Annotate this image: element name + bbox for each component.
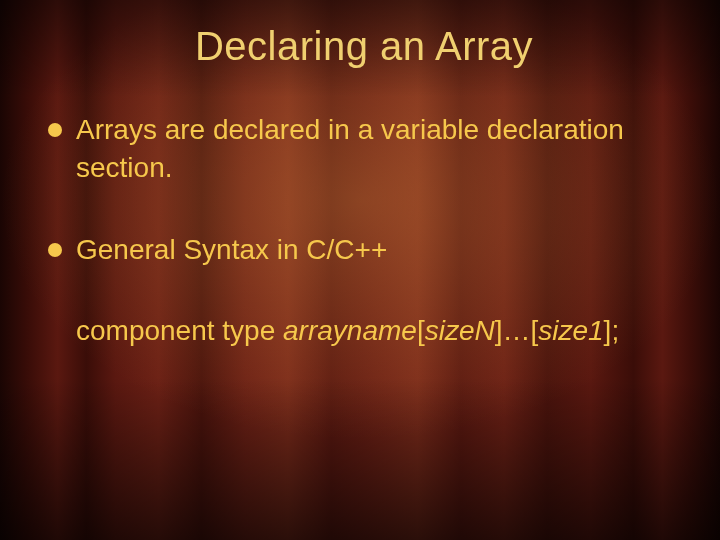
syntax-size1: size1 bbox=[538, 315, 603, 346]
syntax-line: component type arrayname[sizeN]…[size1]; bbox=[48, 312, 680, 350]
syntax-prefix: component type bbox=[76, 315, 283, 346]
bullet-item: Arrays are declared in a variable declar… bbox=[48, 111, 680, 187]
syntax-sizeN: sizeN bbox=[425, 315, 495, 346]
syntax-bracket: [ bbox=[417, 315, 425, 346]
bullet-text: Arrays are declared in a variable declar… bbox=[76, 114, 624, 183]
syntax-bracket: ]; bbox=[604, 315, 620, 346]
syntax-arrayname: arrayname bbox=[283, 315, 417, 346]
syntax-bracket: ]…[ bbox=[495, 315, 539, 346]
bullet-text: General Syntax in C/C++ bbox=[76, 234, 387, 265]
bullet-icon bbox=[48, 123, 62, 137]
bullet-item: General Syntax in C/C++ bbox=[48, 231, 680, 269]
bullet-icon bbox=[48, 243, 62, 257]
slide-title: Declaring an Array bbox=[48, 24, 680, 69]
slide: Declaring an Array Arrays are declared i… bbox=[0, 0, 720, 540]
